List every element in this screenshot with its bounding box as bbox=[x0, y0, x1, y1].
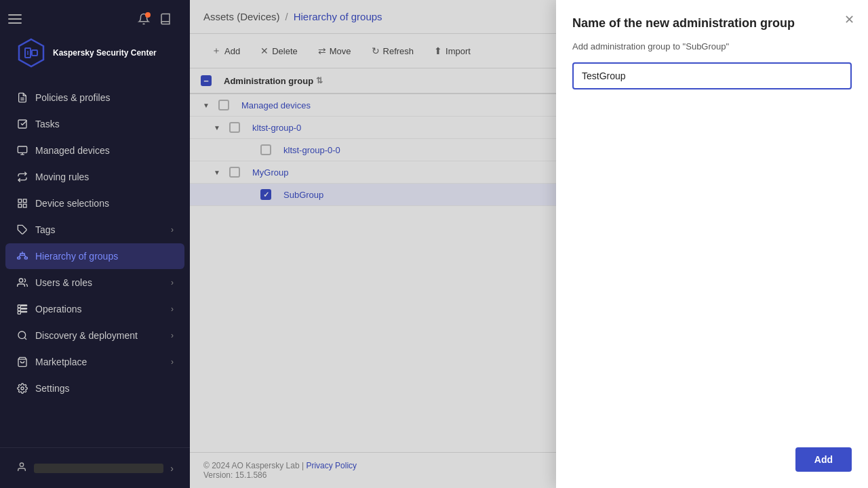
user-profile-button[interactable]: › bbox=[11, 456, 179, 480]
logo-area: Kaspersky Security Center bbox=[5, 38, 190, 79]
user-name-redacted bbox=[34, 464, 163, 473]
operations-icon bbox=[16, 303, 28, 315]
sidebar-item-device-selections[interactable]: Device selections bbox=[5, 190, 184, 216]
svg-rect-25 bbox=[21, 308, 27, 309]
marketplace-icon bbox=[16, 356, 28, 368]
modal-add-button[interactable]: Add bbox=[795, 447, 852, 472]
rules-icon bbox=[16, 171, 28, 183]
sidebar-item-label: Managed devices bbox=[35, 145, 110, 156]
svg-rect-23 bbox=[21, 305, 27, 306]
sidebar-item-label: Users & roles bbox=[35, 277, 92, 288]
logo-text: Kaspersky Security Center bbox=[53, 47, 157, 59]
svg-point-28 bbox=[18, 331, 26, 339]
sidebar-item-hierarchy-of-groups[interactable]: Hierarchy of groups bbox=[5, 243, 184, 269]
devices-icon bbox=[16, 144, 28, 157]
chevron-right-icon: › bbox=[171, 278, 174, 287]
tasks-icon bbox=[16, 118, 28, 130]
svg-point-21 bbox=[19, 279, 22, 282]
chevron-right-icon: › bbox=[171, 225, 174, 235]
sidebar-item-label: Settings bbox=[35, 383, 70, 394]
sidebar-item-managed-devices[interactable]: Managed devices bbox=[5, 138, 184, 163]
svg-rect-2 bbox=[32, 50, 37, 56]
sidebar-item-operations[interactable]: Operations › bbox=[5, 296, 184, 322]
svg-rect-20 bbox=[24, 257, 27, 259]
modal-subtitle: Add administration group to "SubGroup" bbox=[572, 41, 852, 52]
svg-rect-10 bbox=[18, 199, 22, 203]
sidebar-item-label: Marketplace bbox=[35, 357, 87, 367]
chevron-right-icon: › bbox=[171, 357, 174, 367]
users-icon bbox=[16, 277, 28, 289]
sidebar-item-marketplace[interactable]: Marketplace › bbox=[5, 349, 184, 375]
modal-overlay: Name of the new administration group ✕ A… bbox=[190, 0, 868, 488]
sidebar-item-label: Policies & profiles bbox=[35, 92, 111, 103]
modal-panel: Name of the new administration group ✕ A… bbox=[556, 0, 868, 488]
sidebar-footer: › bbox=[0, 447, 190, 488]
sidebar-item-users-roles[interactable]: Users & roles › bbox=[5, 270, 184, 296]
discovery-icon bbox=[16, 329, 28, 342]
settings-icon bbox=[16, 382, 28, 394]
modal-title: Name of the new administration group bbox=[572, 16, 852, 30]
book-icon[interactable] bbox=[157, 11, 174, 27]
sidebar-item-tasks[interactable]: Tasks bbox=[5, 111, 184, 137]
svg-rect-7 bbox=[18, 146, 26, 152]
sidebar-item-label: Discovery & deployment bbox=[35, 330, 138, 341]
sidebar-item-tags[interactable]: Tags › bbox=[5, 217, 184, 243]
user-icon bbox=[16, 462, 27, 474]
sidebar: Kaspersky Security Center Policies & pro… bbox=[0, 0, 190, 488]
sidebar-header bbox=[0, 0, 190, 38]
sidebar-item-policies-profiles[interactable]: Policies & profiles bbox=[5, 85, 184, 110]
svg-rect-16 bbox=[20, 253, 25, 256]
tag-icon bbox=[16, 224, 28, 236]
svg-rect-11 bbox=[23, 199, 26, 203]
sidebar-item-label: Tags bbox=[35, 224, 56, 235]
svg-rect-12 bbox=[23, 204, 26, 207]
svg-rect-19 bbox=[18, 257, 20, 259]
hierarchy-icon bbox=[16, 250, 28, 262]
svg-point-31 bbox=[21, 387, 24, 390]
notification-badge bbox=[145, 12, 151, 18]
svg-line-29 bbox=[24, 338, 26, 340]
svg-rect-6 bbox=[18, 120, 26, 128]
selection-icon bbox=[16, 197, 28, 209]
sidebar-item-settings[interactable]: Settings bbox=[5, 375, 184, 401]
hamburger-menu-button[interactable] bbox=[8, 12, 22, 26]
sidebar-item-label: Operations bbox=[35, 304, 81, 314]
svg-rect-24 bbox=[18, 308, 20, 311]
svg-rect-13 bbox=[18, 204, 22, 207]
notification-bell-icon[interactable] bbox=[136, 11, 152, 27]
logo-icon bbox=[16, 38, 46, 68]
modal-footer: Add bbox=[572, 447, 852, 472]
svg-rect-27 bbox=[21, 311, 27, 312]
svg-rect-26 bbox=[18, 311, 20, 314]
notification-area bbox=[136, 11, 182, 27]
sidebar-item-label: Tasks bbox=[35, 119, 60, 129]
chevron-right-icon: › bbox=[171, 304, 174, 314]
sidebar-item-discovery-deployment[interactable]: Discovery & deployment › bbox=[5, 323, 184, 348]
sidebar-item-label: Hierarchy of groups bbox=[35, 251, 118, 262]
svg-rect-22 bbox=[18, 305, 20, 308]
group-name-input[interactable] bbox=[572, 62, 852, 89]
main-content: Assets (Devices) / Hierarchy of groups ＋… bbox=[190, 0, 868, 488]
sidebar-item-moving-rules[interactable]: Moving rules bbox=[5, 164, 184, 190]
chevron-right-icon: › bbox=[170, 463, 174, 474]
chevron-right-icon: › bbox=[171, 331, 174, 340]
sidebar-navigation: Policies & profiles Tasks Managed device… bbox=[0, 79, 190, 447]
modal-close-button[interactable]: ✕ bbox=[844, 14, 854, 26]
sidebar-item-label: Device selections bbox=[35, 198, 109, 209]
policy-icon bbox=[16, 92, 28, 104]
sidebar-item-label: Moving rules bbox=[35, 171, 89, 182]
svg-point-32 bbox=[20, 463, 23, 466]
